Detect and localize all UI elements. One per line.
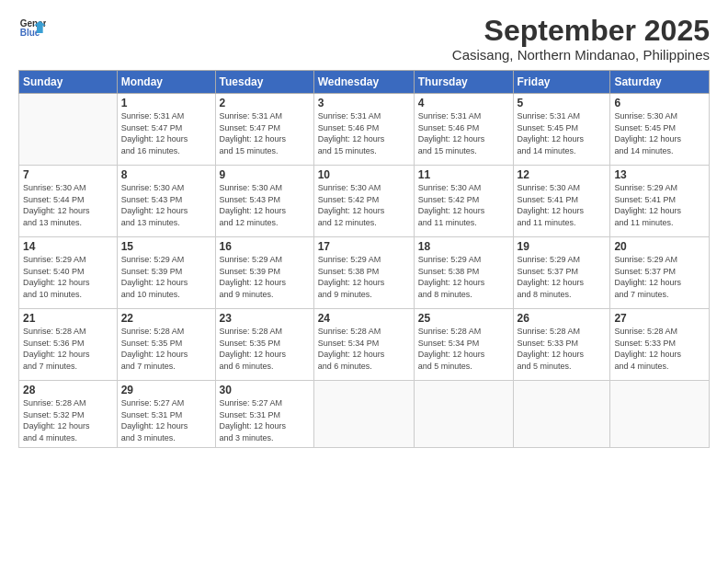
day-number: 3 bbox=[318, 97, 410, 109]
logo-icon: General Blue bbox=[18, 15, 46, 42]
calendar-cell: 19Sunrise: 5:29 AM Sunset: 5:37 PM Dayli… bbox=[513, 237, 610, 309]
calendar-cell bbox=[19, 94, 118, 166]
day-number: 4 bbox=[418, 97, 509, 109]
calendar-cell: 27Sunrise: 5:28 AM Sunset: 5:33 PM Dayli… bbox=[610, 309, 710, 381]
day-info: Sunrise: 5:28 AM Sunset: 5:35 PM Dayligh… bbox=[121, 326, 211, 372]
week-row-2: 7Sunrise: 5:30 AM Sunset: 5:44 PM Daylig… bbox=[19, 166, 710, 237]
day-number: 23 bbox=[220, 312, 310, 325]
day-info: Sunrise: 5:29 AM Sunset: 5:39 PM Dayligh… bbox=[121, 254, 211, 300]
calendar-cell: 13Sunrise: 5:29 AM Sunset: 5:41 PM Dayli… bbox=[610, 166, 710, 237]
header-sunday: Sunday bbox=[19, 71, 118, 94]
day-number: 10 bbox=[318, 168, 410, 181]
day-info: Sunrise: 5:31 AM Sunset: 5:46 PM Dayligh… bbox=[318, 110, 410, 156]
day-number: 24 bbox=[318, 312, 410, 325]
calendar-cell: 9Sunrise: 5:30 AM Sunset: 5:43 PM Daylig… bbox=[215, 166, 313, 237]
day-info: Sunrise: 5:30 AM Sunset: 5:43 PM Dayligh… bbox=[220, 182, 310, 228]
calendar-cell bbox=[313, 381, 414, 447]
calendar-cell: 28Sunrise: 5:28 AM Sunset: 5:32 PM Dayli… bbox=[19, 381, 118, 447]
calendar-cell: 3Sunrise: 5:31 AM Sunset: 5:46 PM Daylig… bbox=[313, 94, 414, 166]
day-number: 19 bbox=[518, 240, 607, 253]
day-info: Sunrise: 5:30 AM Sunset: 5:44 PM Dayligh… bbox=[23, 182, 113, 228]
title-block: September 2025 Casisang, Northern Mindan… bbox=[452, 15, 710, 63]
location-subtitle: Casisang, Northern Mindanao, Philippines bbox=[452, 47, 710, 63]
logo: General Blue bbox=[18, 15, 46, 42]
header-tuesday: Tuesday bbox=[215, 71, 313, 94]
calendar-cell: 24Sunrise: 5:28 AM Sunset: 5:34 PM Dayli… bbox=[313, 309, 414, 381]
day-number: 22 bbox=[121, 312, 211, 325]
header-monday: Monday bbox=[117, 71, 215, 94]
calendar-cell: 23Sunrise: 5:28 AM Sunset: 5:35 PM Dayli… bbox=[215, 309, 313, 381]
calendar-cell: 5Sunrise: 5:31 AM Sunset: 5:45 PM Daylig… bbox=[513, 94, 610, 166]
calendar-cell: 7Sunrise: 5:30 AM Sunset: 5:44 PM Daylig… bbox=[19, 166, 118, 237]
day-number: 26 bbox=[518, 312, 607, 325]
day-info: Sunrise: 5:28 AM Sunset: 5:33 PM Dayligh… bbox=[614, 326, 705, 372]
calendar-cell: 17Sunrise: 5:29 AM Sunset: 5:38 PM Dayli… bbox=[313, 237, 414, 309]
day-number: 13 bbox=[614, 168, 705, 181]
day-info: Sunrise: 5:29 AM Sunset: 5:38 PM Dayligh… bbox=[318, 254, 410, 300]
calendar-cell bbox=[414, 381, 513, 447]
day-info: Sunrise: 5:30 AM Sunset: 5:43 PM Dayligh… bbox=[121, 182, 211, 228]
calendar-cell: 1Sunrise: 5:31 AM Sunset: 5:47 PM Daylig… bbox=[117, 94, 215, 166]
day-info: Sunrise: 5:28 AM Sunset: 5:35 PM Dayligh… bbox=[220, 326, 310, 372]
page-header: General Blue September 2025 Casisang, No… bbox=[18, 15, 710, 63]
day-number: 21 bbox=[23, 312, 113, 325]
day-number: 28 bbox=[23, 384, 113, 396]
week-row-5: 28Sunrise: 5:28 AM Sunset: 5:32 PM Dayli… bbox=[19, 381, 710, 447]
day-info: Sunrise: 5:27 AM Sunset: 5:31 PM Dayligh… bbox=[121, 397, 211, 443]
day-number: 8 bbox=[121, 168, 211, 181]
day-info: Sunrise: 5:29 AM Sunset: 5:37 PM Dayligh… bbox=[518, 254, 607, 300]
calendar-cell: 6Sunrise: 5:30 AM Sunset: 5:45 PM Daylig… bbox=[610, 94, 710, 166]
day-info: Sunrise: 5:28 AM Sunset: 5:34 PM Dayligh… bbox=[318, 326, 410, 372]
header-wednesday: Wednesday bbox=[313, 71, 414, 94]
calendar-cell: 2Sunrise: 5:31 AM Sunset: 5:47 PM Daylig… bbox=[215, 94, 313, 166]
day-number: 1 bbox=[121, 97, 211, 109]
day-number: 9 bbox=[220, 168, 310, 181]
day-number: 2 bbox=[220, 97, 310, 109]
day-number: 7 bbox=[23, 168, 113, 181]
calendar-cell: 16Sunrise: 5:29 AM Sunset: 5:39 PM Dayli… bbox=[215, 237, 313, 309]
header-friday: Friday bbox=[513, 71, 610, 94]
day-number: 11 bbox=[418, 168, 509, 181]
day-info: Sunrise: 5:31 AM Sunset: 5:47 PM Dayligh… bbox=[220, 110, 310, 156]
day-info: Sunrise: 5:29 AM Sunset: 5:41 PM Dayligh… bbox=[614, 182, 705, 228]
day-info: Sunrise: 5:31 AM Sunset: 5:47 PM Dayligh… bbox=[121, 110, 211, 156]
calendar-cell: 15Sunrise: 5:29 AM Sunset: 5:39 PM Dayli… bbox=[117, 237, 215, 309]
day-info: Sunrise: 5:28 AM Sunset: 5:34 PM Dayligh… bbox=[418, 326, 509, 372]
day-info: Sunrise: 5:29 AM Sunset: 5:37 PM Dayligh… bbox=[614, 254, 705, 300]
day-info: Sunrise: 5:31 AM Sunset: 5:46 PM Dayligh… bbox=[418, 110, 509, 156]
calendar-cell: 8Sunrise: 5:30 AM Sunset: 5:43 PM Daylig… bbox=[117, 166, 215, 237]
day-info: Sunrise: 5:31 AM Sunset: 5:45 PM Dayligh… bbox=[518, 110, 607, 156]
day-info: Sunrise: 5:30 AM Sunset: 5:42 PM Dayligh… bbox=[418, 182, 509, 228]
calendar-cell: 26Sunrise: 5:28 AM Sunset: 5:33 PM Dayli… bbox=[513, 309, 610, 381]
calendar-cell: 18Sunrise: 5:29 AM Sunset: 5:38 PM Dayli… bbox=[414, 237, 513, 309]
day-info: Sunrise: 5:30 AM Sunset: 5:42 PM Dayligh… bbox=[318, 182, 410, 228]
day-info: Sunrise: 5:27 AM Sunset: 5:31 PM Dayligh… bbox=[220, 397, 310, 443]
day-number: 5 bbox=[518, 97, 607, 109]
day-info: Sunrise: 5:28 AM Sunset: 5:33 PM Dayligh… bbox=[518, 326, 607, 372]
day-info: Sunrise: 5:29 AM Sunset: 5:39 PM Dayligh… bbox=[220, 254, 310, 300]
calendar-cell: 12Sunrise: 5:30 AM Sunset: 5:41 PM Dayli… bbox=[513, 166, 610, 237]
weekday-header-row: Sunday Monday Tuesday Wednesday Thursday… bbox=[19, 71, 710, 94]
day-number: 16 bbox=[220, 240, 310, 253]
day-number: 12 bbox=[518, 168, 607, 181]
day-info: Sunrise: 5:28 AM Sunset: 5:32 PM Dayligh… bbox=[23, 397, 113, 443]
day-number: 6 bbox=[614, 97, 705, 109]
calendar-cell: 22Sunrise: 5:28 AM Sunset: 5:35 PM Dayli… bbox=[117, 309, 215, 381]
day-number: 30 bbox=[220, 384, 310, 396]
calendar-cell: 11Sunrise: 5:30 AM Sunset: 5:42 PM Dayli… bbox=[414, 166, 513, 237]
day-info: Sunrise: 5:30 AM Sunset: 5:45 PM Dayligh… bbox=[614, 110, 705, 156]
calendar-cell bbox=[610, 381, 710, 447]
calendar-cell: 14Sunrise: 5:29 AM Sunset: 5:40 PM Dayli… bbox=[19, 237, 118, 309]
week-row-4: 21Sunrise: 5:28 AM Sunset: 5:36 PM Dayli… bbox=[19, 309, 710, 381]
month-title: September 2025 bbox=[452, 15, 710, 47]
calendar-cell: 20Sunrise: 5:29 AM Sunset: 5:37 PM Dayli… bbox=[610, 237, 710, 309]
day-number: 27 bbox=[614, 312, 705, 325]
day-number: 29 bbox=[121, 384, 211, 396]
day-info: Sunrise: 5:28 AM Sunset: 5:36 PM Dayligh… bbox=[23, 326, 113, 372]
calendar-table: Sunday Monday Tuesday Wednesday Thursday… bbox=[18, 70, 710, 447]
calendar-cell: 4Sunrise: 5:31 AM Sunset: 5:46 PM Daylig… bbox=[414, 94, 513, 166]
day-number: 18 bbox=[418, 240, 509, 253]
week-row-3: 14Sunrise: 5:29 AM Sunset: 5:40 PM Dayli… bbox=[19, 237, 710, 309]
day-number: 14 bbox=[23, 240, 113, 253]
header-thursday: Thursday bbox=[414, 71, 513, 94]
